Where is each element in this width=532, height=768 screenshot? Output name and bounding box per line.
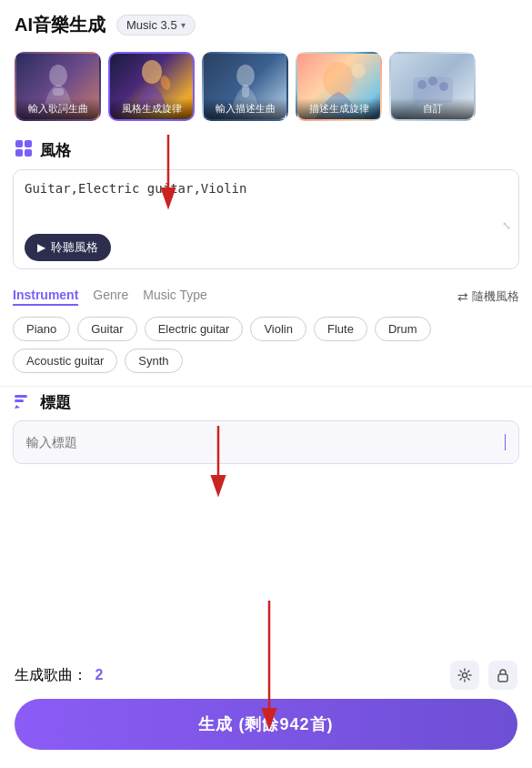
version-label: Music 3.5 — [126, 18, 177, 32]
svg-rect-17 — [25, 149, 32, 157]
generate-button[interactable]: 生成 (剩餘942首) — [15, 699, 517, 750]
style-textarea[interactable]: Guitar,Electric guitar,Violin — [25, 181, 507, 225]
mode-card-style[interactable]: 風格生成旋律 — [108, 52, 195, 121]
style-section-icon — [15, 139, 33, 162]
svg-rect-18 — [15, 395, 27, 398]
play-icon: ▶ — [37, 241, 45, 254]
bottom-icons — [450, 661, 517, 690]
style-textarea-box: Guitar,Electric guitar,Violin ⤡ ▶ 聆聽風格 — [13, 169, 519, 269]
svg-rect-14 — [15, 140, 23, 147]
tab-music-type[interactable]: Music Type — [143, 288, 207, 306]
svg-point-4 — [236, 65, 255, 86]
mode-card-desc-melody[interactable]: 描述生成旋律 — [296, 52, 382, 121]
page-title: AI音樂生成 — [15, 13, 105, 37]
style-section-header: 風格 — [0, 134, 532, 169]
tag-synth[interactable]: Synth — [125, 349, 182, 373]
svg-point-12 — [428, 76, 437, 86]
svg-point-0 — [49, 65, 67, 86]
svg-rect-16 — [15, 149, 23, 157]
mode-card-style-label: 風格生成旋律 — [110, 98, 193, 119]
title-section-icon — [15, 393, 33, 413]
text-cursor — [505, 434, 507, 450]
mode-card-desc-song-label: 輸入描述生曲 — [204, 98, 286, 119]
mode-card-custom[interactable]: 自訂 — [389, 52, 476, 121]
audition-button[interactable]: ▶ 聆聽風格 — [25, 234, 111, 261]
svg-point-11 — [417, 80, 427, 89]
title-input-box — [13, 420, 519, 464]
generate-count-row: 生成歌曲： 2 — [15, 661, 517, 690]
random-style-label: 隨機風格 — [472, 288, 519, 305]
bottom-bar: 生成歌曲： 2 生成 (剩餘942首) — [0, 652, 532, 768]
mode-card-desc-melody-label: 描述生成旋律 — [297, 98, 380, 119]
title-input[interactable] — [26, 435, 505, 450]
generate-count-label: 生成歌曲： — [15, 667, 87, 682]
svg-rect-1 — [53, 88, 64, 96]
instrument-tabs-row: Instrument Genre Music Type ⇄ 隨機風格 — [0, 278, 532, 311]
svg-rect-19 — [15, 399, 24, 402]
tag-violin[interactable]: Violin — [250, 317, 306, 341]
audition-button-label: 聆聽風格 — [51, 239, 98, 256]
title-section-title: 標題 — [40, 392, 71, 413]
svg-rect-5 — [242, 85, 249, 97]
header: AI音樂生成 Music 3.5 ▾ — [0, 0, 532, 46]
chevron-down-icon: ▾ — [181, 20, 186, 30]
generate-count-value: 2 — [95, 667, 103, 682]
version-selector[interactable]: Music 3.5 ▾ — [116, 15, 196, 35]
mode-card-desc-song[interactable]: 輸入描述生曲 — [202, 52, 288, 121]
tag-piano[interactable]: Piano — [13, 317, 70, 341]
mode-cards-row: 輸入歌詞生曲 風格生成旋律 輸入描述生曲 — [0, 46, 532, 134]
mode-card-lyrics[interactable]: 輸入歌詞生曲 — [15, 52, 101, 121]
svg-point-13 — [439, 82, 448, 91]
tag-guitar[interactable]: Guitar — [77, 317, 136, 341]
svg-rect-22 — [498, 674, 507, 682]
svg-marker-20 — [15, 405, 20, 409]
mode-card-custom-label: 自訂 — [391, 98, 474, 119]
title-section-header: 標題 — [0, 386, 532, 420]
shuffle-icon: ⇄ — [457, 289, 468, 304]
style-section-title: 風格 — [40, 140, 71, 161]
settings-icon-button[interactable] — [450, 661, 479, 690]
mode-card-lyrics-label: 輸入歌詞生曲 — [16, 98, 99, 119]
tab-instrument[interactable]: Instrument — [13, 288, 78, 306]
instrument-tags: Piano Guitar Electric guitar Violin Flut… — [0, 311, 532, 382]
tab-genre[interactable]: Genre — [93, 288, 128, 306]
svg-rect-9 — [351, 77, 356, 95]
svg-point-8 — [351, 64, 365, 77]
tag-acoustic-guitar[interactable]: Acoustic guitar — [13, 349, 117, 373]
tabs-left: Instrument Genre Music Type — [13, 288, 207, 306]
svg-point-2 — [142, 60, 162, 84]
random-style-button[interactable]: ⇄ 隨機風格 — [457, 288, 519, 305]
resize-handle-icon: ⤡ — [502, 219, 511, 232]
generate-count-label-group: 生成歌曲： 2 — [15, 666, 103, 685]
svg-point-7 — [323, 62, 354, 96]
svg-point-21 — [463, 673, 467, 678]
lock-icon-button[interactable] — [488, 661, 517, 690]
tag-electric-guitar[interactable]: Electric guitar — [145, 317, 244, 341]
tag-flute[interactable]: Flute — [314, 317, 367, 341]
svg-rect-15 — [25, 140, 32, 147]
tag-drum[interactable]: Drum — [375, 317, 431, 341]
